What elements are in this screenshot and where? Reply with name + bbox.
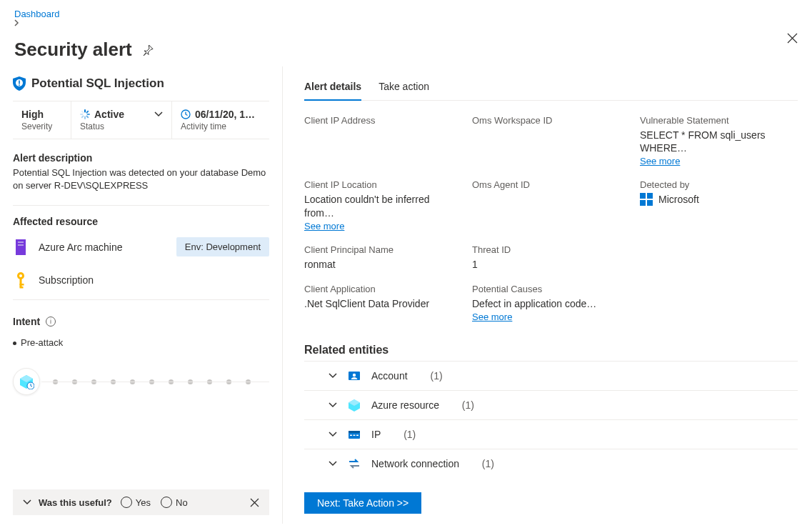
shield-icon xyxy=(13,76,26,91)
svg-line-4 xyxy=(87,111,89,113)
breadcrumb: Dashboard xyxy=(14,9,798,37)
intent-title: Intent xyxy=(13,316,40,327)
intent-value: Pre-attack xyxy=(13,337,269,348)
account-icon xyxy=(347,369,361,383)
entity-row-account[interactable]: Account (1) xyxy=(304,361,798,390)
detail-client-principal: Client Principal Name ronmat xyxy=(304,244,462,271)
useful-question: Was this useful? xyxy=(39,497,112,508)
stat-row: High Severity Active Status xyxy=(13,101,269,139)
svg-line-10 xyxy=(82,111,84,113)
chevron-down-icon[interactable] xyxy=(329,402,337,408)
detail-client-application: Client Application .Net SqlClient Data P… xyxy=(304,284,462,322)
svg-rect-1 xyxy=(19,81,20,84)
svg-rect-33 xyxy=(349,431,360,433)
resource-name: Subscription xyxy=(39,274,94,286)
svg-rect-36 xyxy=(356,435,359,437)
clock-icon xyxy=(181,109,191,119)
entity-row-network[interactable]: Network connection (1) xyxy=(304,449,798,478)
see-more-link[interactable]: See more xyxy=(472,312,512,322)
related-entities-title: Related entities xyxy=(304,344,798,357)
resource-row-sub[interactable]: Subscription xyxy=(13,264,269,297)
section-title-affected: Affected resource xyxy=(13,216,269,227)
close-icon[interactable] xyxy=(787,33,798,44)
chevron-down-icon[interactable] xyxy=(23,499,31,505)
next-take-action-button[interactable]: Next: Take Action >> xyxy=(304,492,421,514)
svg-point-29 xyxy=(353,374,356,377)
svg-rect-14 xyxy=(18,244,24,246)
detail-oms-agent: Oms Agent ID xyxy=(472,179,630,231)
entity-row-ip[interactable]: IP (1) xyxy=(304,419,798,449)
see-more-link[interactable]: See more xyxy=(304,221,344,231)
detail-vulnerable-statement: Vulnerable Statement SELECT * FROM sqli_… xyxy=(640,115,798,166)
page-title: Security alert xyxy=(14,39,132,61)
alert-name: Potential SQL Injection xyxy=(31,76,164,91)
intent-timeline xyxy=(13,368,269,395)
resource-name: Azure Arc machine xyxy=(39,241,123,253)
spinner-icon xyxy=(80,109,90,119)
section-title-description: Alert description xyxy=(13,152,269,164)
microsoft-icon xyxy=(640,193,653,206)
see-more-link[interactable]: See more xyxy=(640,156,680,166)
detail-detected-by: Detected by Microsoft xyxy=(640,179,798,231)
svg-rect-25 xyxy=(647,193,653,199)
tab-take-action[interactable]: Take action xyxy=(379,76,429,100)
key-icon xyxy=(13,271,29,289)
svg-rect-35 xyxy=(354,435,356,437)
detail-threat-id: Threat ID 1 xyxy=(472,244,630,271)
stat-severity: High Severity xyxy=(13,101,71,139)
entity-row-azure-resource[interactable]: Azure resource (1) xyxy=(304,390,798,419)
close-icon[interactable] xyxy=(250,498,259,507)
pin-icon[interactable] xyxy=(142,44,154,56)
svg-line-6 xyxy=(87,116,89,118)
chevron-down-icon[interactable] xyxy=(329,432,337,437)
ip-icon xyxy=(347,427,361,442)
env-tag: Env: Development xyxy=(176,237,269,256)
useful-bar: Was this useful? Yes No xyxy=(13,489,269,515)
breadcrumb-sep xyxy=(14,19,798,26)
svg-rect-26 xyxy=(640,200,646,206)
tab-alert-details[interactable]: Alert details xyxy=(304,76,361,101)
svg-rect-34 xyxy=(350,435,352,437)
svg-rect-18 xyxy=(20,284,24,286)
server-icon xyxy=(13,238,29,256)
detail-oms-workspace: Oms Workspace ID xyxy=(472,115,630,166)
chevron-down-icon[interactable] xyxy=(329,373,337,379)
info-icon[interactable]: i xyxy=(46,317,56,327)
svg-rect-27 xyxy=(647,200,653,206)
timeline-node[interactable] xyxy=(13,368,40,395)
useful-no[interactable]: No xyxy=(161,497,188,508)
chevron-down-icon[interactable] xyxy=(154,111,163,117)
alert-description-text: Potential SQL Injection was detected on … xyxy=(13,166,269,192)
resource-row-arc[interactable]: Azure Arc machine Env: Development xyxy=(13,230,269,264)
stat-status[interactable]: Active Status xyxy=(71,101,172,139)
svg-rect-24 xyxy=(640,193,646,199)
svg-rect-19 xyxy=(20,287,24,289)
detail-potential-causes: Potential Causes Defect in application c… xyxy=(472,284,630,322)
svg-rect-17 xyxy=(20,279,22,287)
breadcrumb-dashboard[interactable]: Dashboard xyxy=(14,9,60,19)
svg-line-8 xyxy=(82,116,84,118)
detail-client-ip: Client IP Address xyxy=(304,115,462,166)
detail-client-ip-location: Client IP Location Location couldn't be … xyxy=(304,179,462,231)
chevron-down-icon[interactable] xyxy=(329,461,337,467)
svg-rect-2 xyxy=(19,85,20,86)
svg-rect-13 xyxy=(18,241,24,243)
stat-activity-time: 06/11/20, 1… Activity time xyxy=(172,101,269,139)
svg-point-16 xyxy=(19,274,22,277)
tabs: Alert details Take action xyxy=(304,76,798,101)
network-icon xyxy=(347,457,361,471)
useful-yes[interactable]: Yes xyxy=(121,497,151,508)
cube-icon xyxy=(347,398,361,412)
